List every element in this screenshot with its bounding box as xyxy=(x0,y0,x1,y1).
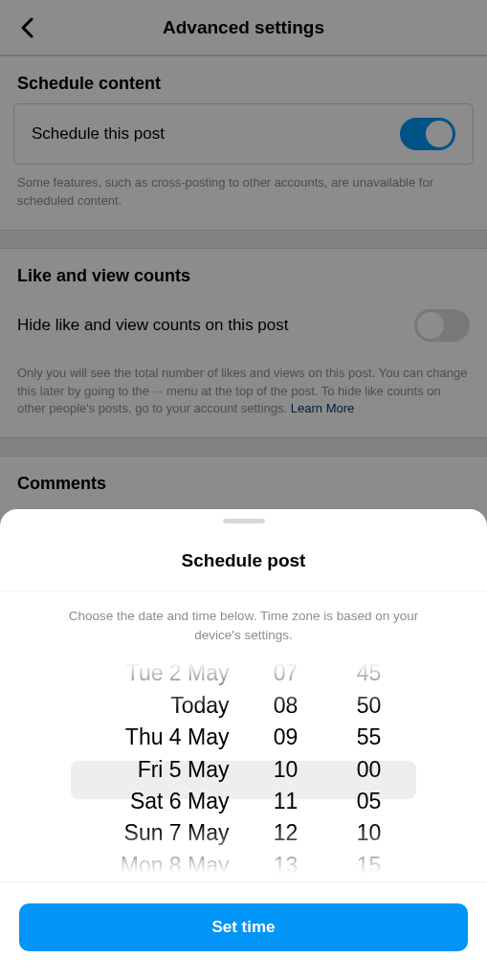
learn-more-link[interactable]: Learn More xyxy=(291,401,354,415)
counts-helper-body: Only you will see the total number of li… xyxy=(17,366,467,416)
section-title-counts: Like and view counts xyxy=(0,249,487,296)
picker-hour-item[interactable]: 11 xyxy=(247,786,325,817)
picker-minute-item[interactable]: 10 xyxy=(325,817,413,849)
picker-hour-item[interactable]: 13 xyxy=(247,850,325,881)
back-button[interactable] xyxy=(11,12,42,43)
header-bar: Advanced settings xyxy=(0,0,487,56)
picker-column-minute[interactable]: 45 50 55 00 05 10 15 xyxy=(325,654,413,881)
section-counts: Like and view counts Hide like and view … xyxy=(0,248,487,439)
picker-minute-item[interactable]: 50 xyxy=(325,690,413,722)
hide-counts-row[interactable]: Hide like and view counts on this post xyxy=(0,296,487,355)
schedule-post-sheet: Schedule post Choose the date and time b… xyxy=(0,509,487,980)
picker-hour-item[interactable]: 09 xyxy=(247,722,325,753)
picker-date-item[interactable]: Today xyxy=(75,690,230,722)
datetime-picker[interactable]: Tue 2 May Today Thu 4 May Fri 5 May Sat … xyxy=(0,654,487,881)
picker-hour-item[interactable]: 07 xyxy=(247,657,325,689)
schedule-toggle-label: Schedule this post xyxy=(32,124,165,144)
picker-date-item[interactable]: Thu 4 May xyxy=(75,722,230,753)
picker-date-item-selected[interactable]: Fri 5 May xyxy=(75,753,230,785)
section-title-comments: Comments xyxy=(0,457,487,503)
sheet-title: Schedule post xyxy=(0,523,487,591)
picker-column-date[interactable]: Tue 2 May Today Thu 4 May Fri 5 May Sat … xyxy=(75,654,247,881)
picker-date-item[interactable]: Tue 2 May xyxy=(75,657,230,689)
picker-date-item[interactable]: Mon 8 May xyxy=(75,850,230,881)
hide-counts-label: Hide like and view counts on this post xyxy=(17,316,289,335)
sheet-subtitle: Choose the date and time below. Time zon… xyxy=(0,591,487,654)
picker-column-hour[interactable]: 07 08 09 10 11 12 13 xyxy=(247,654,325,881)
picker-minute-item[interactable]: 45 xyxy=(325,657,413,689)
schedule-toggle[interactable] xyxy=(400,118,455,150)
schedule-this-post-row[interactable]: Schedule this post xyxy=(13,103,474,165)
section-schedule: Schedule content Schedule this post Some… xyxy=(0,56,487,231)
page-title: Advanced settings xyxy=(0,17,487,38)
sheet-footer: Set time xyxy=(0,881,487,980)
picker-date-item[interactable]: Sun 7 May xyxy=(75,817,230,849)
chevron-left-icon xyxy=(20,17,33,38)
picker-minute-item[interactable]: 55 xyxy=(325,722,413,753)
hide-counts-toggle[interactable] xyxy=(414,309,470,342)
picker-hour-item[interactable]: 08 xyxy=(247,690,325,722)
picker-hour-item[interactable]: 12 xyxy=(247,817,325,849)
picker-minute-item[interactable]: 15 xyxy=(325,850,413,881)
schedule-helper-text: Some features, such as cross-posting to … xyxy=(0,165,487,216)
set-time-button[interactable]: Set time xyxy=(19,903,468,951)
picker-date-item[interactable]: Sat 6 May xyxy=(75,786,230,817)
picker-hour-item-selected[interactable]: 10 xyxy=(247,753,325,785)
counts-helper-text: Only you will see the total number of li… xyxy=(0,355,487,425)
picker-minute-item[interactable]: 05 xyxy=(325,786,413,817)
section-title-schedule: Schedule content xyxy=(0,56,487,103)
picker-minute-item-selected[interactable]: 00 xyxy=(325,753,413,785)
